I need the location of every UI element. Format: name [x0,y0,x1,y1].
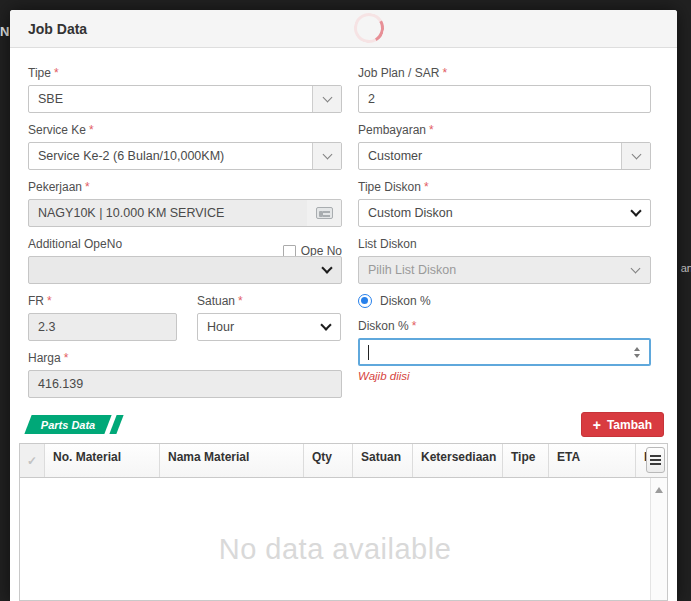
required-marker: * [424,180,429,194]
additional-openo-select [28,256,342,284]
plus-icon: + [593,418,601,432]
chevron-down-icon [311,314,340,340]
service-ke-label: Service Ke* [28,123,94,138]
fr-label: FR* [28,294,52,309]
satuan-select[interactable]: Hour [197,313,341,341]
check-icon: ✓ [27,454,37,468]
table-scrollbar[interactable] [650,478,667,600]
column-header-tipe: Tipe [503,444,549,477]
job-plan-sar-label: Job Plan / SAR* [358,66,447,81]
diskon-percent-radio-row: Diskon % [358,294,651,308]
number-stepper[interactable] [634,340,640,364]
chevron-down-icon [621,143,650,169]
diskon-percent-radio[interactable] [358,294,372,308]
pembayaran-select[interactable]: Customer [358,142,651,170]
background-text-fragment: an [681,262,691,274]
field-pekerjaan: Pekerjaan* NAGY10K | 10.000 KM SERVICE [28,180,342,227]
pembayaran-label: Pembayaran* [358,123,434,138]
field-fr: FR* 2.3 [28,294,177,341]
pekerjaan-label: Pekerjaan* [28,180,90,195]
chevron-down-icon [621,200,650,226]
column-header-ketersediaan: Ketersediaan [413,444,503,477]
column-header-qty: Qty [304,444,353,477]
tambah-button[interactable]: + Tambah [581,412,664,437]
field-pembayaran: Pembayaran* Customer [358,123,651,170]
column-header-no-material: No. Material [45,444,160,477]
tipe-select[interactable]: SBE [28,85,342,113]
required-marker: * [85,180,90,194]
menu-icon [650,455,661,457]
field-service-ke: Service Ke* Service Ke-2 (6 Bulan/10,000… [28,123,342,170]
chevron-down-icon [312,257,341,283]
form-left-column: Tipe* SBE Service Ke* Service Ke-2 (6 Bu… [28,66,342,408]
chevron-down-icon [621,257,650,283]
field-additional-openo: Additional OpeNo Ope No [28,237,342,284]
form-right-column: Job Plan / SAR* 2 Pembayaran* Customer T… [358,66,651,408]
required-marker: * [47,294,52,308]
diskon-percent-label: Diskon %* [358,319,416,334]
field-tipe: Tipe* SBE [28,66,342,113]
tipe-diskon-label: Tipe Diskon* [358,180,429,195]
satuan-label: Satuan* [197,294,243,309]
tipe-diskon-select[interactable]: Custom Diskon [358,199,651,227]
harga-label: Harga* [28,351,68,366]
pekerjaan-input: NAGY10K | 10.000 KM SERVICE [28,199,342,227]
diskon-percent-input[interactable] [358,338,651,366]
parts-table-header: ✓ No. Material Nama Material Qty Satuan … [20,444,667,478]
field-harga: Harga* 416.139 [28,351,342,398]
scroll-up-icon[interactable] [655,487,663,493]
job-data-form: Tipe* SBE Service Ke* Service Ke-2 (6 Bu… [10,48,677,408]
stepper-up-icon [634,347,640,351]
empty-table-message: No data available [219,533,452,600]
harga-input: 416.139 [28,370,342,398]
dialog-header: Job Data [10,10,677,48]
parts-data-bar: Parts Data + Tambah [10,410,677,437]
diskon-percent-radio-label: Diskon % [380,294,431,309]
stepper-down-icon [634,354,640,358]
additional-openo-label: Additional OpeNo [28,237,122,252]
tipe-label: Tipe* [28,66,59,81]
parts-table: ✓ No. Material Nama Material Qty Satuan … [19,443,668,601]
field-diskon-percent: Diskon %* Wajib diisi [358,319,651,382]
job-data-dialog: Job Data Tipe* SBE Service Ke* Service K [10,10,677,601]
validation-message: Wajib diisi [358,370,651,382]
required-marker: * [54,66,59,80]
chevron-down-icon [312,86,341,112]
field-satuan: Satuan* Hour [197,294,341,341]
required-marker: * [429,123,434,137]
required-marker: * [89,123,94,137]
loading-spinner-icon [351,10,388,47]
parts-table-body: No data available [20,478,650,600]
required-marker: * [412,319,417,333]
fr-satuan-row: FR* 2.3 Satuan* Hour [28,294,342,341]
field-list-diskon: List Diskon Pilih List Diskon [358,237,651,284]
list-diskon-label: List Diskon [358,237,417,252]
list-diskon-select: Pilih List Diskon [358,256,651,284]
column-header-eta: ETA [549,444,636,477]
required-marker: * [238,294,243,308]
ribbon-sliver [110,415,124,434]
chevron-down-icon [312,143,341,169]
column-chooser-button[interactable] [646,447,665,473]
column-header-satuan: Satuan [353,444,413,477]
field-tipe-diskon: Tipe Diskon* Custom Diskon [358,180,651,227]
column-header-nama-material: Nama Material [160,444,304,477]
fr-input: 2.3 [28,313,177,341]
required-marker: * [64,351,69,365]
select-all-header[interactable]: ✓ [20,444,45,477]
parts-data-ribbon: Parts Data [28,415,120,435]
job-plan-sar-input[interactable]: 2 [358,85,651,113]
field-job-plan-sar: Job Plan / SAR* 2 [358,66,651,113]
id-card-icon[interactable] [307,200,341,226]
dialog-title: Job Data [28,21,87,37]
required-marker: * [442,66,447,80]
background-text-fragment: N [0,24,9,39]
text-cursor [368,345,369,360]
service-ke-select[interactable]: Service Ke-2 (6 Bulan/10,000KM) [28,142,342,170]
